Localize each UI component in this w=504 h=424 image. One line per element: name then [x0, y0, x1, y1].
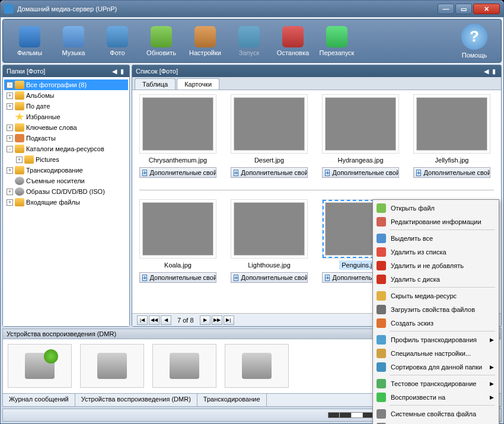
disk-icon [15, 177, 24, 185]
extra-props-button[interactable]: +Дополнительные свойства [413, 167, 490, 178]
pin-icon[interactable]: ▮ [119, 68, 126, 75]
menu-item-icon [377, 305, 386, 314]
menu-item-label: Специальные настройки... [391, 350, 471, 357]
settings-button[interactable]: Настройки [183, 22, 227, 60]
music-button[interactable]: Музыка [52, 22, 95, 60]
menu-item[interactable]: Специальные настройки... [374, 346, 497, 360]
expand-icon[interactable]: - [7, 82, 13, 88]
tree-item[interactable]: Избранные [4, 111, 128, 122]
menu-item[interactable]: Скрыть медиа-ресурс [374, 289, 497, 302]
device-item[interactable] [8, 344, 72, 388]
collapse-left-icon[interactable]: ◀ [482, 68, 490, 75]
collapse-left-icon[interactable]: ◀ [110, 68, 119, 75]
stop-icon [282, 26, 304, 47]
page-nextset-button[interactable]: ▶▶ [212, 315, 222, 325]
page-prevset-button[interactable]: ◀◀ [149, 315, 160, 325]
expand-icon[interactable]: + [16, 157, 23, 163]
expand-icon[interactable]: + [7, 93, 13, 99]
tab-transcode[interactable]: Транскодирование [197, 394, 267, 406]
tree-item[interactable]: Съемные носители [4, 176, 128, 186]
tree-item[interactable]: +Pictures [4, 154, 128, 165]
tree-item[interactable]: -Каталоги медиа-ресурсов [4, 144, 128, 154]
menu-item[interactable]: Сортировка для данной папки▶ [374, 360, 497, 374]
expand-icon[interactable]: + [7, 135, 13, 142]
submenu-arrow-icon: ▶ [490, 394, 494, 400]
tree-item[interactable]: +Ключевые слова [4, 122, 128, 133]
folder-icon [15, 102, 24, 110]
tree-item-label: Съемные носители [26, 177, 85, 184]
menu-item[interactable]: Редактирование информации [374, 215, 497, 228]
extra-props-button[interactable]: +Дополнительные свойства [139, 167, 216, 178]
menu-item[interactable]: Воспроизвести на▶ [374, 390, 497, 404]
expand-icon[interactable]: + [7, 199, 13, 206]
tree-item[interactable]: +Входящие файлы [4, 197, 128, 208]
photo-button[interactable]: Фото [95, 22, 139, 60]
menu-item[interactable]: Тестовое транскодирование▶ [374, 377, 497, 390]
page-next-button[interactable]: ▶ [200, 315, 210, 325]
device-item[interactable] [225, 344, 289, 388]
extra-props-button[interactable]: +Дополнительные свойства [139, 272, 216, 283]
menu-item[interactable]: Загрузить свойства файлов [374, 302, 497, 316]
films-icon [19, 26, 40, 47]
tree-item[interactable]: -Все фотографии (8) [4, 79, 128, 90]
plus-icon: + [325, 275, 330, 281]
device-item[interactable] [80, 344, 144, 388]
films-button[interactable]: Фильмы [8, 22, 52, 60]
device-item[interactable] [152, 344, 216, 388]
menu-item[interactable]: Удалить из списка [374, 245, 497, 259]
expand-icon[interactable]: + [7, 167, 13, 174]
refresh-button[interactable]: Обновить [139, 22, 183, 60]
maximize-button[interactable]: ▭ [455, 4, 472, 14]
expand-icon [7, 114, 13, 120]
thumbnail[interactable]: Jellyfish.jpg+Дополнительные свойства [413, 97, 490, 178]
menu-item[interactable]: Свойства файла MediaInfo [374, 420, 497, 424]
page-first-button[interactable]: |◀ [137, 315, 148, 325]
tree-item[interactable]: +Подкасты [4, 133, 128, 144]
menu-item[interactable]: Создать эскиз [374, 316, 497, 330]
menu-item[interactable]: Профиль транскодирования▶ [374, 333, 497, 346]
stop-button[interactable]: Остановка [271, 22, 315, 60]
tree-item[interactable]: +По дате [4, 101, 128, 111]
page-last-button[interactable]: ▶| [224, 315, 234, 325]
context-menu[interactable]: Открыть файлРедактирование информацииВыд… [372, 199, 499, 424]
page-prev-button[interactable]: ◀ [161, 315, 171, 325]
expand-icon[interactable]: + [7, 189, 13, 195]
tree-item-label: Входящие файлы [26, 199, 80, 206]
expand-icon[interactable]: - [7, 146, 13, 152]
pin-icon[interactable]: ▮ [490, 68, 497, 75]
menu-separator [390, 331, 495, 331]
tab-table[interactable]: Таблица [135, 78, 176, 90]
close-button[interactable]: ✕ [473, 4, 500, 14]
thumbnail[interactable]: Lighthouse.jpg+Дополнительные свойства [231, 202, 308, 283]
extra-props-button[interactable]: +Дополнительные свойства [231, 167, 308, 178]
extra-props-button[interactable]: +Дополнительные свойства [231, 272, 308, 283]
app-icon [4, 4, 14, 14]
disk-icon [15, 187, 24, 196]
menu-item[interactable]: Открыть файл [374, 201, 497, 215]
tree-item[interactable]: +Образы CD/DVD/BD (ISO) [4, 186, 128, 197]
help-button[interactable]: ?Помощь [452, 22, 496, 60]
thumbnail[interactable]: Hydrangeas.jpg+Дополнительные свойства [322, 97, 399, 178]
minimize-button[interactable]: — [438, 4, 454, 14]
thumbnail[interactable]: Chrysanthemum.jpg+Дополнительные свойств… [139, 97, 216, 178]
restart-button[interactable]: Перезапуск [315, 22, 359, 60]
tree-item[interactable]: +Альбомы [4, 90, 128, 101]
menu-item[interactable]: Выделить все [374, 231, 497, 245]
titlebar[interactable]: Домашний медиа-сервер (UPnP) — ▭ ✕ [1, 1, 503, 17]
thumbnail[interactable]: Desert.jpg+Дополнительные свойства [231, 97, 308, 178]
tree-item-label: Альбомы [26, 92, 54, 99]
tab-cards[interactable]: Карточки [177, 78, 219, 90]
menu-item[interactable]: Системные свойства файла [374, 407, 497, 420]
tab-log[interactable]: Журнал сообщений [3, 394, 75, 406]
extra-props-button[interactable]: +Дополнительные свойства [322, 167, 399, 178]
tree-item[interactable]: +Транскодирование [4, 165, 128, 176]
thumbnail[interactable]: Koala.jpg+Дополнительные свойства [139, 202, 216, 283]
menu-item[interactable]: Удалить и не добавлять [374, 259, 497, 272]
folder-tree[interactable]: -Все фотографии (8)+Альбомы+По датеИзбра… [3, 77, 129, 326]
folder-icon [24, 155, 34, 164]
expand-icon[interactable]: + [7, 125, 13, 131]
menu-item[interactable]: Удалить с диска [374, 272, 497, 286]
menu-item-label: Открыть файл [391, 205, 435, 212]
expand-icon[interactable]: + [7, 103, 13, 110]
tab-dmr[interactable]: Устройства воспроизведения (DMR) [75, 394, 197, 406]
